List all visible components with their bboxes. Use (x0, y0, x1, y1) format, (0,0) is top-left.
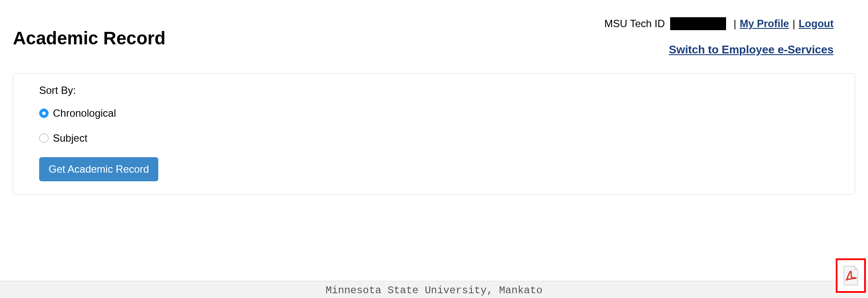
tech-id-line: MSU Tech ID | My Profile | Logout (604, 17, 834, 30)
radio-subject[interactable]: Subject (39, 132, 829, 144)
radio-label-subject: Subject (53, 132, 87, 144)
footer: Minnesota State University, Mankato (0, 281, 868, 298)
page-title: Academic Record (13, 28, 166, 49)
get-academic-record-button[interactable]: Get Academic Record (39, 157, 158, 181)
radio-chronological[interactable]: Chronological (39, 107, 829, 119)
radio-icon (39, 109, 49, 118)
header-links: MSU Tech ID | My Profile | Logout Switch… (604, 17, 834, 56)
logout-link[interactable]: Logout (799, 18, 834, 30)
tech-id-value-redacted (670, 17, 726, 30)
separator: | (734, 18, 736, 30)
switch-eservices-link[interactable]: Switch to Employee e-Services (669, 43, 834, 56)
radio-icon (39, 133, 49, 143)
sort-panel: Sort By: Chronological Subject Get Acade… (13, 73, 855, 195)
radio-label-chronological: Chronological (53, 107, 116, 119)
pdf-icon (842, 265, 859, 286)
pdf-download-button[interactable] (836, 258, 866, 293)
separator: | (792, 18, 795, 30)
sort-radio-group: Chronological Subject (39, 107, 829, 144)
my-profile-link[interactable]: My Profile (740, 18, 789, 30)
footer-text: Minnesota State University, Mankato (326, 285, 542, 296)
sort-by-label: Sort By: (39, 84, 829, 96)
tech-id-label: MSU Tech ID (604, 18, 668, 30)
